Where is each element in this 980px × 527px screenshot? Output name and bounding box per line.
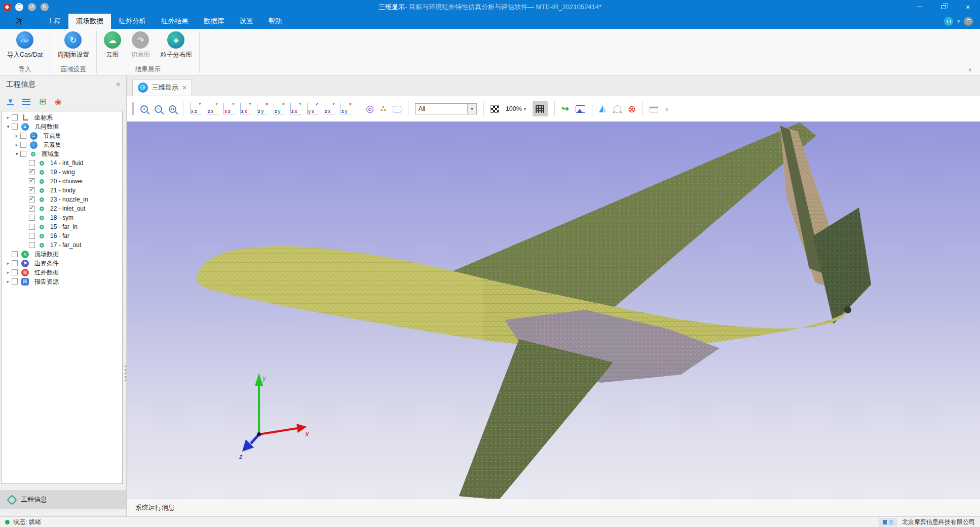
tree-item[interactable]: ▾面域集 <box>2 149 122 158</box>
tree-expander-icon[interactable]: ▾ <box>13 151 20 156</box>
tree-expander-icon[interactable]: ▸ <box>13 133 20 138</box>
zoom-fit-icon[interactable] <box>169 105 176 113</box>
rubber-band-select-icon[interactable] <box>393 106 401 112</box>
tree-item[interactable]: ▸坐标系 <box>2 113 122 122</box>
tree-expander-icon[interactable]: ▸ <box>13 142 20 147</box>
target-icon[interactable]: ◉ <box>55 98 61 105</box>
tree-expander-icon[interactable]: ▸ <box>5 279 12 284</box>
viewport-3d[interactable]: y x z <box>127 121 980 499</box>
cancel-icon[interactable]: ⊗ <box>628 105 636 113</box>
tree-checkbox[interactable] <box>29 224 35 230</box>
zoom-in-icon[interactable]: + <box>140 105 148 113</box>
archive-box-icon[interactable] <box>650 106 658 112</box>
ribbon-button-cloud-plot[interactable]: ☁云图 <box>101 31 124 63</box>
tree-checkbox[interactable] <box>29 160 35 166</box>
opacity-checker-icon[interactable] <box>491 105 499 113</box>
tree-checkbox[interactable] <box>12 251 18 257</box>
tree-checkbox[interactable] <box>29 169 35 175</box>
tree-checkbox[interactable] <box>12 269 18 275</box>
menu-tab-2[interactable]: 红外分析 <box>111 14 154 29</box>
tree-item[interactable]: ▸☢红外数据 <box>2 268 122 277</box>
tree-checkbox[interactable] <box>29 242 35 248</box>
tree-item[interactable]: <流场数据 <box>2 250 122 259</box>
ribbon-button-slice-plot[interactable]: ↷切面图 <box>128 31 154 63</box>
tree-item[interactable]: 18 - sym <box>2 213 122 222</box>
tree-expander-icon[interactable]: ▸ <box>5 261 12 266</box>
tree-checkbox[interactable] <box>12 260 18 266</box>
style-dropdown-icon[interactable]: ▾ <box>957 19 960 24</box>
tree-checkbox[interactable] <box>29 187 35 193</box>
tree-checkbox[interactable] <box>29 215 35 221</box>
view-orientation-icon-5[interactable]: Xzy <box>274 103 285 114</box>
toolbar-drag-handle[interactable] <box>132 102 134 115</box>
tree-item[interactable]: 16 - far <box>2 231 122 240</box>
view-orientation-icon-4[interactable]: Xzy <box>257 103 269 114</box>
app-logo-icon[interactable] <box>4 4 11 11</box>
tree-checkbox[interactable] <box>20 133 26 139</box>
minimize-button[interactable] <box>907 0 931 14</box>
list-view-icon[interactable] <box>22 99 30 105</box>
tree-item[interactable]: 19 - wing <box>2 168 122 177</box>
tree-expander-icon[interactable]: ▾ <box>5 124 12 129</box>
restore-button[interactable] <box>931 0 956 14</box>
panel-splitter-handle[interactable] <box>125 363 127 383</box>
tree-item[interactable]: 15 - far_in <box>2 222 122 231</box>
menu-tab-5[interactable]: 设置 <box>232 14 261 29</box>
tree-item[interactable]: ▾▲几何数据 <box>2 122 122 131</box>
tree-checkbox[interactable] <box>12 114 18 120</box>
tree-item[interactable]: 22 - inlet_out <box>2 204 122 213</box>
tree-item[interactable]: 23 - nozzle_in <box>2 195 122 204</box>
view-orientation-icon-8[interactable]: Yzx <box>324 103 335 114</box>
menu-tab-0[interactable]: 工程 <box>40 14 68 29</box>
combobox-dropdown-icon[interactable]: ▼ <box>467 104 476 114</box>
tree-checkbox[interactable] <box>20 142 26 148</box>
tree-item[interactable]: ▸回报告资源 <box>2 277 122 286</box>
layout-switch-icon[interactable] <box>879 518 897 526</box>
tree-checkbox[interactable] <box>29 206 35 212</box>
ribbon-button-cas-import[interactable]: cas导入Cas/Dat <box>4 31 46 63</box>
zoom-out-icon[interactable]: − <box>155 105 162 113</box>
tree-item[interactable]: 20 - chuiwei <box>2 177 122 186</box>
tree-checkbox[interactable] <box>29 233 35 239</box>
tree-item[interactable]: 21 - body <box>2 186 122 195</box>
display-filter-combobox[interactable]: All ▼ <box>415 103 477 114</box>
tab-3d-display[interactable]: 三维显示 × <box>132 79 192 96</box>
ribbon-button-particle-distribution[interactable]: ◈粒子分布图 <box>157 31 195 63</box>
style-switch-icon[interactable] <box>944 17 953 26</box>
screenshot-icon[interactable] <box>576 105 585 113</box>
tree-expander-icon[interactable]: ▸ <box>5 115 12 120</box>
menu-tab-4[interactable]: 数据库 <box>196 14 232 29</box>
tab-close-icon[interactable]: × <box>182 85 186 90</box>
zoom-level-dropdown[interactable]: 100% ▾ <box>506 105 526 112</box>
menu-tab-1[interactable]: 流场数据 <box>68 14 111 29</box>
panel-collapse-icon[interactable]: < <box>116 80 120 88</box>
view-orientation-icon-0[interactable]: Yxz <box>190 103 202 114</box>
menu-tab-3[interactable]: 红外结果 <box>154 14 196 29</box>
view-orientation-icon-3[interactable]: Yzx <box>240 103 252 114</box>
ribbon-button-periodic-face[interactable]: ↻周期面设置 <box>54 31 92 63</box>
tree-item[interactable]: 14 - int_fluid <box>2 158 122 168</box>
export-arrow-icon[interactable]: ↪ <box>561 105 569 113</box>
new-document-icon[interactable] <box>15 3 23 11</box>
tree-item[interactable]: 17 - far_out <box>2 240 122 250</box>
menu-tab-6[interactable]: 帮助 <box>261 14 290 29</box>
filter-icon[interactable]: ▼ <box>7 98 14 105</box>
particles-icon[interactable]: ∴ <box>381 105 386 112</box>
project-info-bottom-button[interactable]: 工程信息 <box>0 490 126 509</box>
tree-item[interactable]: ▸◌元素集 <box>2 140 122 149</box>
help-book-icon[interactable] <box>964 17 973 26</box>
tree-checkbox[interactable] <box>20 151 26 157</box>
view-orientation-icon-1[interactable]: Yzx <box>207 103 218 114</box>
grid-view-icon[interactable]: ⊞ <box>39 98 46 105</box>
close-button[interactable]: × <box>956 0 980 14</box>
ribbon-collapse-icon[interactable]: ∧ <box>968 67 972 72</box>
link-views-icon[interactable] <box>614 105 621 113</box>
tree-expander-icon[interactable]: ▸ <box>5 270 12 275</box>
undo-icon[interactable]: ↺ <box>28 3 36 11</box>
tree-item[interactable]: ▸⚑边界条件 <box>2 259 122 268</box>
locate-icon[interactable]: ◎ <box>366 105 374 113</box>
tree-checkbox[interactable] <box>12 278 18 285</box>
tree-item[interactable]: ▸↔节点集 <box>2 131 122 140</box>
view-orientation-icon-7[interactable]: Zyx <box>307 103 319 114</box>
chevron-down-icon[interactable]: ∨ <box>665 106 668 112</box>
